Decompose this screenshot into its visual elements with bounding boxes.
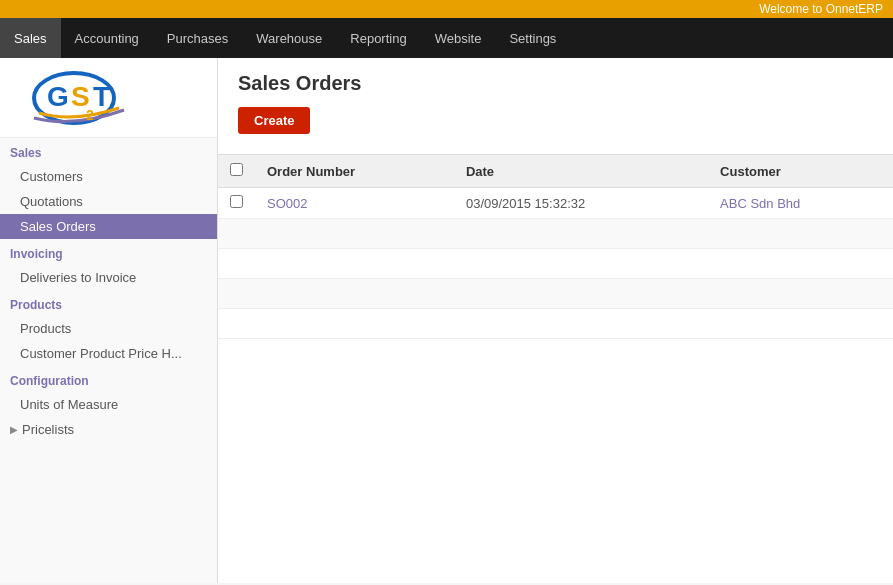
- sidebar-section-sales: Sales: [0, 138, 217, 164]
- top-nav: Sales Accounting Purchases Warehouse Rep…: [0, 18, 893, 58]
- nav-item-accounting[interactable]: Accounting: [61, 18, 153, 58]
- create-button[interactable]: Create: [238, 107, 310, 134]
- sidebar-item-pricelists[interactable]: ▶ Pricelists: [0, 417, 217, 442]
- empty-row-4: [218, 309, 893, 339]
- customer-link[interactable]: ABC Sdn Bhd: [720, 196, 800, 211]
- order-number-link[interactable]: SO002: [267, 196, 307, 211]
- table-header-customer: Customer: [708, 155, 893, 188]
- nav-item-sales[interactable]: Sales: [0, 18, 61, 58]
- table-header-date: Date: [454, 155, 708, 188]
- sidebar: G S T 2 Sales Customers Quotations Sales…: [0, 58, 218, 583]
- sidebar-section-products: Products: [0, 290, 217, 316]
- order-number-cell: SO002: [255, 188, 454, 219]
- sidebar-item-products[interactable]: Products: [0, 316, 217, 341]
- sidebar-item-sales-orders[interactable]: Sales Orders: [0, 214, 217, 239]
- pricelists-arrow-icon: ▶: [10, 424, 18, 435]
- nav-item-warehouse[interactable]: Warehouse: [242, 18, 336, 58]
- row-checkbox[interactable]: [230, 195, 243, 208]
- empty-row-2: [218, 249, 893, 279]
- table-header-order-number: Order Number: [255, 155, 454, 188]
- sidebar-item-deliveries-to-invoice[interactable]: Deliveries to Invoice: [0, 265, 217, 290]
- sidebar-item-quotations[interactable]: Quotations: [0, 189, 217, 214]
- sidebar-section-configuration: Configuration: [0, 366, 217, 392]
- nav-item-website[interactable]: Website: [421, 18, 496, 58]
- logo-area: G S T 2: [0, 58, 217, 138]
- table-header-row: Order Number Date Customer: [218, 155, 893, 188]
- customer-cell: ABC Sdn Bhd: [708, 188, 893, 219]
- gst-logo: G S T 2: [19, 68, 199, 128]
- welcome-text: Welcome to OnnetERP: [759, 2, 883, 16]
- welcome-bar: Welcome to OnnetERP: [0, 0, 893, 18]
- sidebar-item-units-of-measure[interactable]: Units of Measure: [0, 392, 217, 417]
- empty-row-1: [218, 219, 893, 249]
- content-area: Sales Orders Create Order Number Date Cu…: [218, 58, 893, 583]
- date-cell: 03/09/2015 15:32:32: [454, 188, 708, 219]
- sidebar-item-customer-product-price[interactable]: Customer Product Price H...: [0, 341, 217, 366]
- svg-text:G: G: [47, 81, 69, 112]
- svg-text:2: 2: [86, 107, 94, 123]
- pricelists-label: Pricelists: [22, 422, 74, 437]
- select-all-checkbox[interactable]: [230, 163, 243, 176]
- nav-item-settings[interactable]: Settings: [495, 18, 570, 58]
- table-row: SO002 03/09/2015 15:32:32 ABC Sdn Bhd: [218, 188, 893, 219]
- sidebar-section-invoicing: Invoicing: [0, 239, 217, 265]
- page-header: Sales Orders Create: [218, 58, 893, 144]
- svg-text:T: T: [93, 81, 110, 112]
- row-checkbox-cell: [218, 188, 255, 219]
- table-header-checkbox: [218, 155, 255, 188]
- orders-table: Order Number Date Customer SO002 03/09/2…: [218, 154, 893, 339]
- nav-item-reporting[interactable]: Reporting: [336, 18, 420, 58]
- page-title: Sales Orders: [238, 72, 873, 95]
- empty-row-3: [218, 279, 893, 309]
- main-layout: G S T 2 Sales Customers Quotations Sales…: [0, 58, 893, 583]
- sidebar-item-customers[interactable]: Customers: [0, 164, 217, 189]
- nav-item-purchases[interactable]: Purchases: [153, 18, 242, 58]
